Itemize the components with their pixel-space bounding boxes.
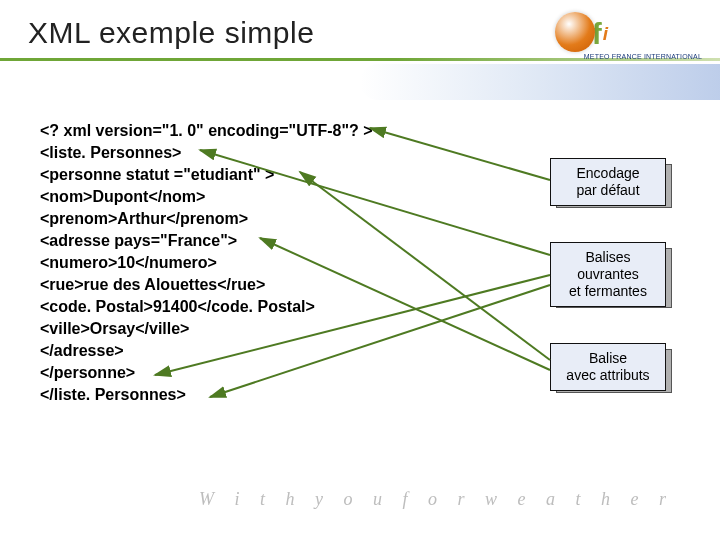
code-line: <personne statut ="etudiant" > bbox=[40, 164, 373, 186]
callout-text: avec attributs bbox=[555, 367, 661, 384]
callout-text: par défaut bbox=[555, 182, 661, 199]
callout-attributes: Balise avec attributs bbox=[550, 343, 676, 391]
code-line: <liste. Personnes> bbox=[40, 142, 373, 164]
code-line: <adresse pays="France"> bbox=[40, 230, 373, 252]
callouts-column: Encodage par défaut Balises ouvrantes et… bbox=[550, 158, 676, 427]
callout-text: et fermantes bbox=[555, 283, 661, 300]
header-swash bbox=[360, 64, 720, 100]
callout-text: ouvrantes bbox=[555, 266, 661, 283]
callout-box: Balises ouvrantes et fermantes bbox=[550, 242, 666, 307]
code-line: <code. Postal>91400</code. Postal> bbox=[40, 296, 373, 318]
callout-box: Encodage par défaut bbox=[550, 158, 666, 206]
callout-text: Encodage bbox=[555, 165, 661, 182]
svg-line-0 bbox=[370, 128, 550, 180]
globe-icon bbox=[555, 12, 595, 52]
code-line: <? xml version="1. 0" encoding="UTF-8"? … bbox=[40, 120, 373, 142]
code-line: </liste. Personnes> bbox=[40, 384, 373, 406]
callout-text: Balises bbox=[555, 249, 661, 266]
xml-code-block: <? xml version="1. 0" encoding="UTF-8"? … bbox=[40, 120, 373, 406]
callout-encoding: Encodage par défaut bbox=[550, 158, 676, 206]
callout-tags: Balises ouvrantes et fermantes bbox=[550, 242, 676, 307]
slide-header: XML exemple simple m f i METEO FRANCE IN… bbox=[0, 0, 720, 74]
callout-box: Balise avec attributs bbox=[550, 343, 666, 391]
code-line: <prenom>Arthur</prenom> bbox=[40, 208, 373, 230]
slide-title: XML exemple simple bbox=[28, 16, 314, 50]
code-line: <numero>10</numero> bbox=[40, 252, 373, 274]
callout-text: Balise bbox=[555, 350, 661, 367]
code-line: <rue>rue des Alouettes</rue> bbox=[40, 274, 373, 296]
footer-tagline: W i t h y o u f o r w e a t h e r bbox=[199, 489, 670, 510]
code-line: </personne> bbox=[40, 362, 373, 384]
code-line: <ville>Orsay</ville> bbox=[40, 318, 373, 340]
code-line: </adresse> bbox=[40, 340, 373, 362]
mfi-logo: m f i METEO FRANCE INTERNATIONAL bbox=[537, 12, 702, 56]
logo-letter-i: i bbox=[603, 23, 608, 45]
code-line: <nom>Dupont</nom> bbox=[40, 186, 373, 208]
logo-subtitle: METEO FRANCE INTERNATIONAL bbox=[584, 53, 702, 60]
